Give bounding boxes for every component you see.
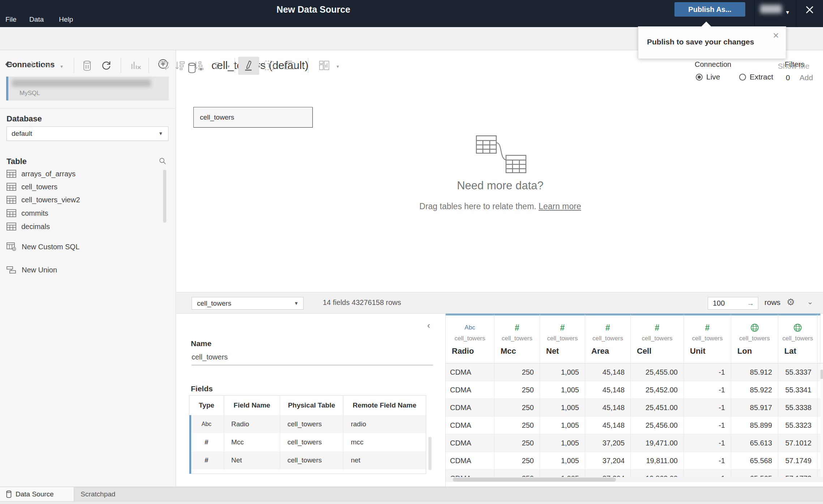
table-item-decimals[interactable]: decimals: [7, 220, 50, 233]
cell: 25,452.00: [631, 381, 684, 399]
extract-radio[interactable]: Extract: [739, 73, 773, 81]
live-radio-button[interactable]: [696, 74, 703, 81]
field-row-mcc[interactable]: # Mcc cell_towers mcc: [189, 433, 426, 451]
metadata-panel: ‹ Name cell_towers Fields Type Field Nam…: [176, 314, 445, 487]
row-count-input[interactable]: 100 →: [708, 297, 758, 310]
grid-col-radio[interactable]: Abc cell_towers Radio: [446, 314, 494, 363]
redo-icon[interactable]: [24, 60, 35, 69]
fields-table-scrollbar[interactable]: [428, 437, 432, 470]
grid-col-lat[interactable]: cell_towers Lat: [778, 314, 818, 363]
show-me-button[interactable]: Show Me: [778, 62, 810, 70]
tab-data-source[interactable]: Data Source: [0, 487, 74, 501]
col-table-name: cell_towers: [778, 335, 817, 342]
grid-vertical-scrollbar[interactable]: [820, 363, 823, 478]
menu-file[interactable]: File: [5, 16, 17, 23]
table-item-cell-towers-view2[interactable]: cell_towers_view2: [7, 194, 80, 206]
sort-ascending-icon[interactable]: [175, 60, 186, 70]
publish-as-button[interactable]: Publish As...: [674, 2, 745, 17]
extract-radio-button[interactable]: [739, 74, 746, 81]
grid-col-mcc[interactable]: # cell_towers Mcc: [494, 314, 540, 363]
pause-updates-icon[interactable]: [83, 60, 91, 71]
relationship-canvas: ▼ cell_towers (default) Connection Live …: [176, 50, 823, 292]
refresh-icon[interactable]: [101, 60, 111, 70]
row-count-go-icon[interactable]: →: [747, 297, 754, 309]
replay-caret-icon[interactable]: ▼: [60, 64, 64, 69]
table-item-commits[interactable]: commits: [7, 207, 48, 219]
menu-help[interactable]: Help: [59, 16, 73, 23]
grid-col-lon[interactable]: cell_towers Lon: [731, 314, 778, 363]
grid-row: CDMA 250 1,005 45,148 25,452.00 -1 85.92…: [446, 381, 820, 399]
table-item-arrays-of-arrays[interactable]: arrays_of_arrays: [7, 168, 76, 180]
cell: 250: [494, 381, 540, 399]
row-count-value: 100: [713, 299, 725, 307]
highlight-caret-icon[interactable]: ▼: [257, 64, 261, 69]
totals-sigma-icon[interactable]: Σ: [214, 60, 220, 72]
fit-icon[interactable]: [284, 60, 295, 70]
remote-field-name: net: [343, 451, 426, 469]
cell: 1,005: [540, 417, 585, 434]
table-icon: [7, 183, 16, 191]
field-row-net[interactable]: # Net cell_towers net: [189, 451, 426, 469]
grid-hscroll-thumb[interactable]: [453, 478, 616, 482]
name-input[interactable]: cell_towers: [192, 353, 433, 365]
totals-caret-icon[interactable]: ▼: [227, 64, 231, 69]
toolbar-separator: [74, 58, 74, 73]
filters-add-button[interactable]: Add: [800, 73, 813, 82]
replay-icon[interactable]: [42, 60, 52, 70]
new-custom-sql[interactable]: New Custom SQL: [7, 241, 80, 253]
table-item-cell-towers[interactable]: cell_towers: [7, 181, 57, 193]
grid-settings-gear-icon[interactable]: ⚙: [786, 297, 795, 308]
highlight-pen-icon[interactable]: [244, 60, 253, 71]
user-name-redacted: [760, 5, 782, 13]
cell: 45,148: [585, 399, 631, 416]
titlebar-separator: [796, 0, 796, 27]
col-field-name: Lon: [731, 346, 778, 356]
tab-scratchpad[interactable]: Scratchpad: [74, 487, 175, 501]
menu-data[interactable]: Data: [29, 16, 44, 23]
grid-body: CDMA 250 1,005 45,148 25,455.00 -1 85.91…: [446, 363, 820, 478]
grid-row: CDMA 250 1,005 45,148 25,451.00 -1 85.91…: [446, 399, 820, 417]
label-icon[interactable]: [264, 60, 274, 70]
sort-descending-icon[interactable]: [194, 60, 205, 70]
show-hide-cards-icon[interactable]: [319, 60, 330, 70]
panel-collapse-icon[interactable]: ‹: [427, 320, 430, 331]
table-node-cell-towers[interactable]: cell_towers: [193, 107, 313, 128]
cell: 1,005: [540, 470, 585, 478]
cards-caret-icon[interactable]: ▼: [336, 64, 340, 69]
grid-col-unit[interactable]: # cell_towers Unit: [684, 314, 731, 363]
tooltip-close-icon[interactable]: ✕: [773, 31, 779, 40]
cell: 25,455.00: [631, 363, 684, 381]
fit-caret-icon[interactable]: ▼: [301, 64, 305, 69]
database-select[interactable]: default ▼: [7, 126, 168, 141]
grid-vscroll-thumb[interactable]: [820, 370, 823, 379]
fields-table: Type Field Name Physical Table Remote Fi…: [189, 395, 426, 474]
col-field-name: Cell: [631, 346, 683, 356]
grid-col-area[interactable]: # cell_towers Area: [585, 314, 631, 363]
close-window-icon[interactable]: [805, 5, 814, 14]
connection-item[interactable]: MySQL: [6, 77, 169, 100]
string-type-icon: Abc: [189, 415, 224, 433]
field-name: Net: [224, 451, 280, 469]
user-menu-caret-icon[interactable]: ▼: [785, 9, 790, 15]
cell: 250: [494, 399, 540, 416]
table-search-icon[interactable]: [158, 157, 167, 165]
cell: CDMA: [446, 470, 494, 478]
database-label: Database: [7, 114, 42, 124]
learn-more-link[interactable]: Learn more: [539, 202, 581, 211]
remote-field-name: radio: [343, 415, 426, 433]
clear-sheet-icon[interactable]: [130, 60, 141, 70]
new-union[interactable]: New Union: [7, 264, 57, 276]
cell: CDMA: [446, 417, 494, 434]
live-radio[interactable]: Live: [696, 73, 720, 81]
grid-horizontal-scrollbar[interactable]: [446, 477, 823, 482]
field-row-radio[interactable]: Abc Radio cell_towers radio: [189, 415, 426, 433]
swap-rows-columns-icon[interactable]: [158, 60, 169, 70]
grid-collapse-chevron-icon[interactable]: ⌄: [807, 297, 813, 306]
grid-col-net[interactable]: # cell_towers Net: [540, 314, 585, 363]
col-field-name: Net: [540, 346, 585, 356]
table-dropdown[interactable]: cell_towers ▼: [192, 297, 304, 310]
grid-col-cell[interactable]: # cell_towers Cell: [631, 314, 684, 363]
undo-icon[interactable]: [5, 60, 16, 69]
table-list-scrollbar[interactable]: [163, 170, 166, 223]
table-dropdown-value: cell_towers: [197, 300, 231, 307]
